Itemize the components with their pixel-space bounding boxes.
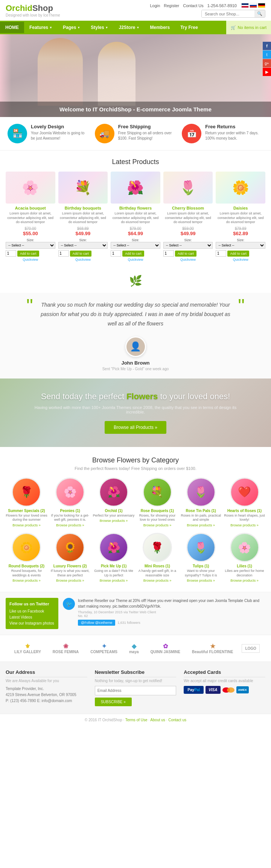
flag-de[interactable]	[258, 3, 265, 8]
category-link-5[interactable]: Browse products »	[224, 523, 265, 527]
add-to-cart-4[interactable]: Add to cart	[175, 251, 197, 257]
follow-button[interactable]: @Follow @icetheme	[78, 620, 115, 626]
flag-ru[interactable]	[250, 3, 257, 8]
product-desc-5: Lorem ipsum dolor sit amet, consectetur …	[216, 211, 265, 225]
category-link-10[interactable]: Browse products »	[180, 579, 222, 582]
product-qty-2[interactable]	[58, 250, 69, 257]
latest-products-title: Latest Products	[6, 158, 265, 166]
register-link[interactable]: Register	[164, 3, 179, 8]
twitter-videos-link[interactable]: Latest Videos	[9, 615, 55, 619]
footer-address-line2: 4219 Strews Avenue Belverton, OR 97005	[6, 692, 87, 698]
products-grid: 🌸 Acacia bouquet Lorem ipsum dolor sit a…	[6, 172, 265, 261]
partner-lily-gallery: ⚜ LILY GALLERY	[11, 641, 44, 656]
product-qty-5[interactable]	[216, 250, 226, 257]
footer-address-title: Our Address	[6, 669, 87, 677]
twitter-follow-link[interactable]: Like us on Facebook	[9, 609, 55, 613]
category-name-4: Rose Tin Pals (1)	[180, 509, 222, 513]
quickview-1[interactable]: Quickview	[6, 258, 55, 261]
nav-item-home[interactable]: HOME	[0, 22, 24, 33]
hero-banner: Welcome to IT OrchidShop - E-commerce Jo…	[0, 34, 271, 117]
category-item-5: ❤️ Hearts of Roses (1) Roses in heart sh…	[224, 477, 265, 527]
product-qty-3[interactable]	[111, 250, 121, 257]
footer-newsletter-col: Newsletter Subscribe Nothing for today, …	[95, 669, 177, 706]
feature-design-desc: Your Joomla Website is going to be just …	[31, 131, 89, 141]
newsletter-email-input[interactable]	[95, 686, 177, 695]
googleplus-button[interactable]: g+	[263, 59, 271, 67]
add-to-cart-1[interactable]: Add to cart	[17, 251, 39, 257]
quickview-2[interactable]: Quickview	[58, 258, 108, 261]
product-qty-1[interactable]	[6, 250, 16, 257]
category-link-9[interactable]: Browse products »	[136, 579, 178, 582]
category-name-8: Pick Me Up (1)	[93, 564, 135, 568]
category-desc-2: Perfect for your anniversary	[93, 514, 135, 518]
hero-text-overlay: Welcome to IT OrchidShop - E-commerce Jo…	[0, 102, 271, 117]
footer-cards-col: Accepted Cards We accept all major credi…	[184, 669, 265, 706]
nav-item-j2store[interactable]: J2Store▼	[114, 22, 145, 33]
category-link-1[interactable]: Browse products »	[49, 523, 91, 527]
quickview-5[interactable]: Quickview	[216, 258, 265, 261]
add-to-cart-2[interactable]: Add to cart	[70, 251, 92, 257]
feature-returns-desc: Return your order within 7 days. 100% mo…	[205, 131, 263, 141]
quickview-3[interactable]: Quickview	[111, 258, 160, 261]
twitter-instagram-link[interactable]: View our Instagram photos	[9, 621, 55, 625]
category-link-2[interactable]: Browse products »	[93, 519, 135, 523]
category-name-10: Tulips (1)	[180, 564, 222, 568]
category-link-7[interactable]: Browse products »	[49, 579, 91, 582]
youtube-button[interactable]: ▶	[263, 68, 271, 76]
category-link-3[interactable]: Browse products »	[136, 523, 178, 527]
product-desc-3: Lorem ipsum dolor sit amet, consectetur …	[111, 211, 160, 225]
product-size-select-4[interactable]: -- Select --	[163, 242, 213, 249]
search-button[interactable]: 🔍	[254, 10, 265, 17]
product-price-old-5: $79.89	[216, 227, 265, 231]
product-size-select-2[interactable]: -- Select --	[58, 242, 108, 249]
product-price-old-1: $70.00	[6, 227, 55, 231]
twitter-panel: Follow us on Twitter Like us on Facebook…	[6, 598, 58, 629]
login-link[interactable]: Login	[150, 3, 160, 8]
quickview-4[interactable]: Quickview	[163, 258, 213, 261]
product-size-select-3[interactable]: -- Select --	[111, 242, 160, 249]
category-desc-1: If you're looking for a get-well gift, p…	[49, 514, 91, 522]
flag-group	[241, 3, 265, 8]
feature-returns-icon: 📅	[182, 124, 201, 143]
about-link[interactable]: About us	[150, 718, 165, 722]
nav-item-tryfree[interactable]: Try Free	[175, 22, 203, 33]
footer-address-col: Our Address We are Always Available for …	[6, 669, 87, 706]
category-desc-3: Roses, for showing your love to your lov…	[136, 514, 178, 522]
product-price-2: $49.99	[58, 231, 108, 236]
category-link-0[interactable]: Browse products »	[6, 523, 47, 527]
partner-logo: LOGO	[242, 644, 259, 653]
subscribe-button[interactable]: SUBSCRIBE »	[95, 698, 132, 706]
product-size-select-1[interactable]: -- Select --	[6, 242, 55, 249]
category-desc-0: Flowers for your loved ones during the s…	[6, 514, 47, 522]
cart-display[interactable]: 🛒 No items in cart	[226, 21, 271, 34]
product-name-5: Daisies	[216, 206, 265, 210]
add-to-cart-5[interactable]: Add to cart	[227, 251, 249, 257]
product-qty-4[interactable]	[163, 250, 174, 257]
terms-link[interactable]: Terms of Use	[125, 718, 148, 722]
product-size-select-5[interactable]: -- Select --	[216, 242, 265, 249]
category-link-8[interactable]: Browse products »	[93, 579, 135, 582]
category-link-4[interactable]: Browse products »	[180, 523, 222, 527]
nav-item-members[interactable]: Members	[145, 22, 175, 33]
contact-footer-link[interactable]: Contact us	[168, 718, 186, 722]
cta-heading: Send today the perfect Flowers to your l…	[30, 392, 241, 401]
tweet-logo: 🐦	[63, 598, 75, 610]
header: OrchidShop Designed with love by IceThem…	[0, 0, 271, 21]
add-to-cart-3[interactable]: Add to cart	[122, 251, 144, 257]
nav-item-features[interactable]: Features▼	[24, 22, 58, 33]
nav-item-pages[interactable]: Pages▼	[58, 22, 85, 33]
nav-item-styles[interactable]: Styles▼	[85, 22, 113, 33]
search-input[interactable]	[202, 10, 254, 17]
tweet-date: Thursday, 10 December 2015 via Twitter W…	[78, 610, 265, 614]
category-item-3: 💐 Rose Bouquets (1) Roses, for showing y…	[136, 477, 178, 527]
flag-gb[interactable]	[241, 3, 249, 8]
category-desc-10: Want to show your sympathy? Tulips it is	[180, 569, 222, 578]
twitter-button[interactable]: t	[263, 50, 271, 59]
product-card-2: 💐 Birthday bouquets Lorem ipsum dolor si…	[58, 172, 108, 261]
facebook-button[interactable]: f	[263, 42, 271, 50]
contact-link[interactable]: Contact Us	[183, 3, 203, 8]
category-link-6[interactable]: Browse products »	[6, 579, 47, 582]
product-card-1: 🌸 Acacia bouquet Lorem ipsum dolor sit a…	[6, 172, 55, 261]
cart-label: No items in cart	[238, 25, 266, 30]
category-link-11[interactable]: Browse products »	[224, 579, 265, 582]
